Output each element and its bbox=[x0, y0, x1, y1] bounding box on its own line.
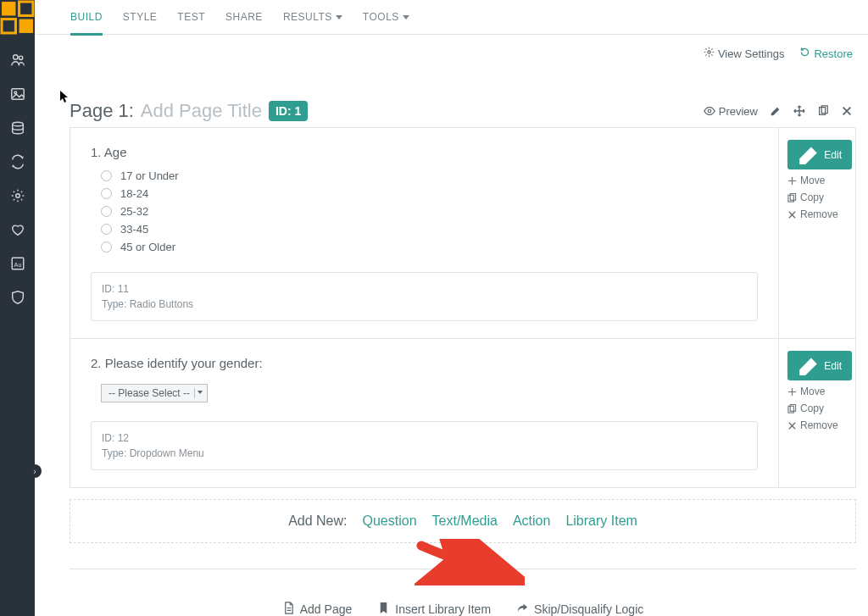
question-meta-id: ID: 12 bbox=[102, 430, 747, 446]
tab-style[interactable]: STYLE bbox=[123, 0, 158, 35]
svg-rect-1 bbox=[19, 2, 33, 15]
svg-rect-3 bbox=[19, 19, 33, 33]
question-row: 2. Please identify your gender: -- Pleas… bbox=[70, 338, 856, 488]
question-row: 1. Age 17 or Under 18-24 25-32 33-45 45 … bbox=[70, 127, 856, 339]
radio-icon bbox=[101, 188, 112, 199]
copy-question-button[interactable]: Copy bbox=[787, 402, 824, 414]
edit-question-button[interactable]: Edit bbox=[787, 140, 852, 169]
database-icon[interactable] bbox=[0, 111, 35, 145]
move-label: Move bbox=[800, 175, 825, 186]
question-side-actions: Edit Move Copy Remove bbox=[779, 339, 855, 487]
tab-results[interactable]: RESULTS bbox=[283, 0, 342, 35]
question-meta-id: ID: 11 bbox=[102, 281, 747, 297]
option-row[interactable]: 18-24 bbox=[101, 187, 758, 200]
refresh-icon[interactable] bbox=[0, 145, 35, 179]
add-libraryitem-link[interactable]: Library Item bbox=[565, 513, 637, 529]
divider bbox=[70, 569, 856, 569]
question-body[interactable]: 1. Age 17 or Under 18-24 25-32 33-45 45 … bbox=[70, 128, 779, 338]
svg-rect-2 bbox=[2, 19, 15, 33]
add-page-button[interactable]: Add Page bbox=[282, 602, 353, 616]
heart-icon[interactable] bbox=[0, 213, 35, 247]
add-action-link[interactable]: Action bbox=[513, 513, 550, 529]
tab-test[interactable]: TEST bbox=[177, 0, 205, 35]
skip-logic-label: Skip/Disqualify Logic bbox=[534, 602, 643, 616]
move-label: Move bbox=[800, 386, 825, 397]
page-title-placeholder[interactable]: Add Page Title bbox=[141, 100, 262, 122]
option-label: 45 or Older bbox=[120, 241, 175, 253]
pencil-icon bbox=[770, 105, 782, 117]
add-new-bar: Add New: Question Text/Media Action Libr… bbox=[70, 499, 856, 543]
edit-page-button[interactable] bbox=[770, 105, 782, 117]
copy-question-button[interactable]: Copy bbox=[787, 191, 824, 203]
option-label: 18-24 bbox=[120, 187, 148, 200]
bottom-action-bar: Add Page Insert Library Item Skip/Disqua… bbox=[70, 602, 856, 616]
close-icon bbox=[841, 105, 853, 117]
option-row[interactable]: 45 or Older bbox=[101, 241, 758, 253]
dropdown-select[interactable]: -- Please Select -- bbox=[101, 384, 208, 402]
add-new-label: Add New: bbox=[288, 513, 347, 529]
edit-label: Edit bbox=[824, 149, 842, 161]
svg-rect-16 bbox=[788, 195, 793, 202]
skip-logic-button[interactable]: Skip/Disqualify Logic bbox=[516, 602, 643, 616]
left-rail: Au bbox=[0, 0, 35, 616]
share-arrow-icon bbox=[516, 602, 529, 616]
copy-label: Copy bbox=[800, 402, 824, 414]
image-icon[interactable] bbox=[0, 77, 35, 111]
tab-tools[interactable]: TOOLS bbox=[363, 0, 409, 35]
eye-icon bbox=[704, 105, 715, 117]
remove-page-button[interactable] bbox=[841, 105, 853, 117]
insert-library-label: Insert Library Item bbox=[395, 602, 491, 616]
option-row[interactable]: 17 or Under bbox=[101, 169, 758, 182]
svg-point-9 bbox=[15, 194, 19, 198]
question-meta-type: Type: Radio Buttons bbox=[102, 297, 747, 312]
question-meta-type: Type: Dropdown Menu bbox=[102, 446, 747, 461]
svg-rect-19 bbox=[790, 404, 795, 411]
add-question-link[interactable]: Question bbox=[363, 513, 417, 529]
radio-icon bbox=[101, 170, 112, 181]
restore-icon bbox=[799, 47, 810, 60]
page-number-label: Page 1: bbox=[70, 100, 134, 122]
svg-point-8 bbox=[12, 122, 23, 126]
rail-expand-toggle[interactable]: › bbox=[28, 464, 42, 478]
svg-point-13 bbox=[708, 109, 711, 113]
page-id-badge: ID: 1 bbox=[269, 101, 308, 121]
users-icon[interactable] bbox=[0, 43, 35, 77]
gear-icon[interactable] bbox=[0, 179, 35, 213]
radio-icon bbox=[101, 206, 112, 217]
view-settings-button[interactable]: View Settings bbox=[704, 47, 785, 60]
edit-label: Edit bbox=[824, 360, 842, 372]
copy-page-button[interactable] bbox=[817, 105, 829, 117]
question-meta: ID: 11 Type: Radio Buttons bbox=[91, 272, 758, 321]
svg-rect-6 bbox=[11, 89, 23, 100]
move-question-button[interactable]: Move bbox=[787, 175, 825, 186]
dashboard-icon[interactable] bbox=[0, 0, 35, 35]
restore-button[interactable]: Restore bbox=[799, 47, 853, 60]
radio-icon bbox=[101, 241, 112, 253]
gold-icon[interactable]: Au bbox=[0, 247, 35, 280]
question-body[interactable]: 2. Please identify your gender: -- Pleas… bbox=[70, 339, 779, 487]
insert-library-button[interactable]: Insert Library Item bbox=[377, 602, 491, 616]
preview-label: Preview bbox=[719, 105, 758, 118]
top-tab-bar: BUILD STYLE TEST SHARE RESULTS TOOLS bbox=[35, 0, 868, 35]
svg-point-12 bbox=[708, 51, 710, 53]
remove-label: Remove bbox=[800, 419, 838, 431]
preview-button[interactable]: Preview bbox=[704, 105, 758, 118]
remove-question-button[interactable]: Remove bbox=[787, 419, 838, 431]
option-row[interactable]: 33-45 bbox=[101, 223, 758, 236]
move-icon bbox=[793, 105, 805, 117]
move-question-button[interactable]: Move bbox=[787, 386, 825, 397]
option-row[interactable]: 25-32 bbox=[101, 205, 758, 218]
svg-text:Au: Au bbox=[14, 261, 21, 269]
gear-icon bbox=[704, 47, 715, 60]
tab-share[interactable]: SHARE bbox=[225, 0, 263, 35]
page-top-controls: View Settings Restore bbox=[704, 47, 853, 60]
tab-build[interactable]: BUILD bbox=[70, 0, 103, 35]
add-textmedia-link[interactable]: Text/Media bbox=[432, 513, 498, 529]
shield-icon[interactable] bbox=[0, 280, 35, 314]
copy-label: Copy bbox=[800, 191, 824, 203]
chevron-down-icon bbox=[198, 391, 203, 394]
question-meta: ID: 12 Type: Dropdown Menu bbox=[91, 421, 758, 470]
move-page-button[interactable] bbox=[793, 105, 805, 117]
remove-question-button[interactable]: Remove bbox=[787, 208, 838, 220]
edit-question-button[interactable]: Edit bbox=[787, 351, 852, 380]
